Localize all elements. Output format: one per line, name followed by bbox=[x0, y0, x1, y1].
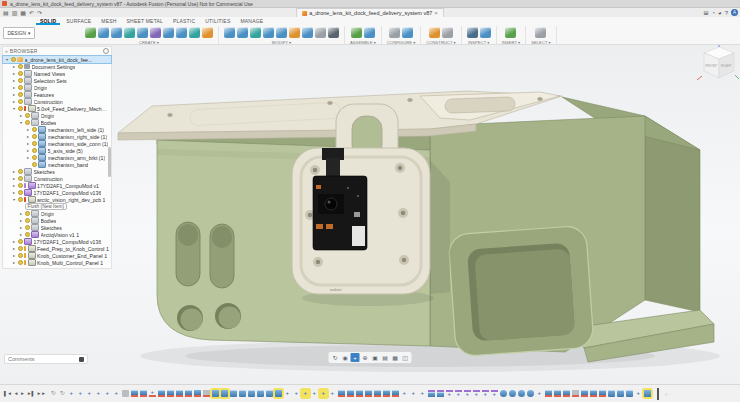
visibility-bulb-icon[interactable] bbox=[25, 225, 30, 230]
tree-item[interactable]: ▾Bodies bbox=[3, 119, 111, 126]
timeline-feature-icon[interactable] bbox=[194, 390, 201, 397]
timeline-feature-icon[interactable]: + bbox=[77, 390, 84, 397]
help-icon[interactable]: ? bbox=[725, 10, 728, 16]
visibility-bulb-icon[interactable] bbox=[32, 134, 37, 139]
tab-solid[interactable]: SOLID bbox=[36, 17, 60, 25]
timeline-feature-icon[interactable]: + bbox=[491, 390, 498, 397]
tree-item[interactable]: ▸Sketches bbox=[3, 224, 111, 231]
timeline-feature-icon[interactable] bbox=[338, 390, 345, 397]
hole-icon[interactable] bbox=[150, 27, 161, 38]
tab-sheet-metal[interactable]: SHEET METAL bbox=[123, 17, 167, 25]
timeline-feature-icon[interactable]: + bbox=[86, 390, 93, 397]
timeline-feature-icon[interactable] bbox=[617, 390, 624, 397]
visibility-bulb-icon[interactable] bbox=[18, 253, 23, 258]
visibility-bulb-icon[interactable] bbox=[32, 127, 37, 132]
tree-caret-icon[interactable]: ▸ bbox=[12, 169, 16, 174]
timeline-feature-icon[interactable] bbox=[500, 390, 507, 397]
timeline-feature-icon[interactable] bbox=[545, 390, 552, 397]
save-icon[interactable]: ▥ bbox=[12, 9, 18, 17]
timeline-feature-icon[interactable] bbox=[212, 390, 219, 397]
tree-caret-icon[interactable]: ▸ bbox=[19, 211, 23, 216]
timeline-feature-icon[interactable]: + bbox=[536, 390, 543, 397]
timeline-feature-icon[interactable] bbox=[437, 390, 444, 397]
tree-caret-icon[interactable]: ▸ bbox=[12, 183, 16, 188]
measure-icon[interactable] bbox=[467, 27, 478, 38]
timeline-feature-icon[interactable] bbox=[581, 390, 588, 397]
tree-item[interactable]: ▸5_axis_side (5) bbox=[3, 147, 111, 154]
workspace-dropdown[interactable]: DESIGN ▾ bbox=[3, 27, 35, 39]
joint-icon[interactable] bbox=[364, 27, 375, 38]
tab-surface[interactable]: SURFACE bbox=[62, 17, 95, 25]
timeline-feature-icon[interactable]: + bbox=[410, 390, 417, 397]
tree-caret-icon[interactable]: ▾ bbox=[5, 57, 9, 62]
tree-item[interactable]: ▾5.0x4_Feed_Delivery_Mechanism:1 bbox=[3, 105, 111, 112]
timeline-feature-icon[interactable] bbox=[266, 390, 273, 397]
visibility-bulb-icon[interactable] bbox=[11, 57, 16, 62]
timeline-feature-icon[interactable] bbox=[509, 390, 516, 397]
undo-icon[interactable]: ↶ bbox=[29, 9, 34, 17]
tree-caret-icon[interactable]: ▾ bbox=[12, 106, 16, 111]
visibility-bulb-icon[interactable] bbox=[25, 218, 30, 223]
fillet-icon[interactable] bbox=[237, 27, 248, 38]
tree-caret-icon[interactable]: ▸ bbox=[26, 155, 30, 160]
visibility-bulb-icon[interactable] bbox=[18, 169, 23, 174]
tree-item[interactable]: ▸Bodies bbox=[3, 217, 111, 224]
tab-manage[interactable]: MANAGE bbox=[236, 17, 267, 25]
shell-icon[interactable] bbox=[250, 27, 261, 38]
tree-item[interactable]: ▸ArctiqVision v1 1 bbox=[3, 231, 111, 238]
tree-item[interactable]: ▸17YD2AF1_CompuMod v1 bbox=[3, 182, 111, 189]
visibility-bulb-icon[interactable] bbox=[18, 176, 23, 181]
tree-item[interactable]: ▸Feed_Prep_to_Knob_Control 1 bbox=[3, 245, 111, 252]
axis-icon[interactable] bbox=[442, 27, 453, 38]
zoom-icon[interactable]: ⊕ bbox=[361, 353, 370, 362]
tree-item[interactable]: ▸Origin bbox=[3, 112, 111, 119]
timeline-feature-icon[interactable] bbox=[185, 390, 192, 397]
tree-item[interactable]: ▸Features bbox=[3, 91, 111, 98]
tree-item[interactable]: ▸Selection Sets bbox=[3, 77, 111, 84]
tree-item[interactable]: ▾a_drone_lens_kit_dock_fee... bbox=[3, 56, 111, 63]
visibility-bulb-icon[interactable] bbox=[25, 113, 30, 118]
tree-caret-icon[interactable]: ▾ bbox=[19, 120, 23, 125]
extrude-icon[interactable] bbox=[98, 27, 109, 38]
look-at-icon[interactable]: ◉ bbox=[341, 353, 350, 362]
move-copy-icon[interactable] bbox=[328, 27, 339, 38]
fit-icon[interactable]: ▣ bbox=[371, 353, 380, 362]
tree-item[interactable]: ▸mechanism_left_side (1) bbox=[3, 126, 111, 133]
revolve-icon[interactable] bbox=[111, 27, 122, 38]
timeline-feature-icon[interactable] bbox=[518, 390, 525, 397]
export-icon[interactable]: ▦ bbox=[20, 9, 26, 17]
visibility-bulb-icon[interactable] bbox=[18, 92, 23, 97]
tree-caret-icon[interactable]: ▸ bbox=[12, 71, 16, 76]
notifications-icon[interactable]: ◕ bbox=[718, 10, 722, 16]
tree-caret-icon[interactable]: ▸ bbox=[26, 148, 30, 153]
timeline-feature-icon[interactable] bbox=[626, 390, 633, 397]
browser-pin-icon[interactable] bbox=[103, 48, 109, 54]
tree-caret-icon[interactable]: ▸ bbox=[12, 78, 16, 83]
visibility-bulb-icon[interactable] bbox=[18, 64, 23, 69]
close-tab-icon[interactable]: × bbox=[434, 10, 438, 16]
timeline-feature-icon[interactable] bbox=[356, 390, 363, 397]
align-icon[interactable] bbox=[302, 27, 313, 38]
timeline-feature-icon[interactable] bbox=[572, 390, 579, 397]
tree-caret-icon[interactable]: ▸ bbox=[12, 85, 16, 90]
tree-caret-icon[interactable]: ▸ bbox=[12, 190, 16, 195]
timeline-feature-icon[interactable]: + bbox=[293, 390, 300, 397]
tree-item[interactable]: ▸Construction bbox=[3, 98, 111, 105]
tree-item[interactable]: mechanism_band bbox=[3, 161, 111, 168]
visibility-bulb-icon[interactable] bbox=[25, 232, 30, 237]
timeline-feature-icon[interactable] bbox=[428, 390, 435, 397]
timeline-feature-icon[interactable] bbox=[365, 390, 372, 397]
timeline-feature-icon[interactable] bbox=[257, 390, 264, 397]
timeline-feature-icon[interactable]: ↻ bbox=[59, 390, 66, 397]
tree-caret-icon[interactable]: ▸ bbox=[26, 141, 30, 146]
box-icon[interactable] bbox=[176, 27, 187, 38]
tree-caret-icon[interactable]: ▸ bbox=[12, 246, 16, 251]
tree-caret-icon[interactable]: ▸ bbox=[12, 92, 16, 97]
timeline-feature-icon[interactable]: + bbox=[68, 390, 75, 397]
sweep-icon[interactable] bbox=[124, 27, 135, 38]
timeline-feature-icon[interactable] bbox=[176, 390, 183, 397]
visibility-bulb-icon[interactable] bbox=[18, 71, 23, 76]
tree-caret-icon[interactable]: ▸ bbox=[19, 225, 23, 230]
timeline-feature-icon[interactable] bbox=[203, 390, 210, 397]
timeline-feature-icon[interactable]: + bbox=[302, 390, 309, 397]
